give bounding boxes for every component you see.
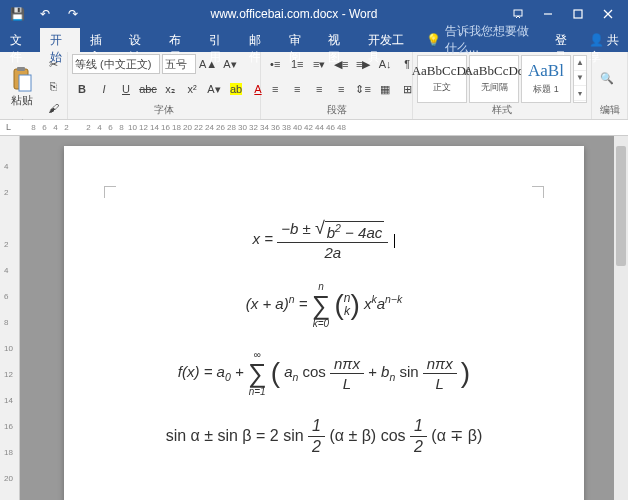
ruler-tick: 6 [4,292,8,301]
ruler-tick: 18 [4,448,13,457]
align-center-button[interactable]: ≡ [287,79,307,99]
ruler-tick: 12 [138,123,149,132]
tab-layout[interactable]: 布局 [159,28,199,52]
ruler-tick: 48 [336,123,347,132]
ruler-tick: 6 [105,123,116,132]
italic-button[interactable]: I [94,79,114,99]
maximize-button[interactable] [564,3,592,25]
redo-button[interactable]: ↷ [62,3,84,25]
ruler-tick: 20 [4,474,13,483]
editing-group-label: 编辑 [596,103,623,119]
font-group-label: 字体 [72,103,256,119]
tab-references[interactable]: 引用 [199,28,239,52]
minimize-button[interactable] [534,3,562,25]
paste-label: 粘贴 [11,93,33,108]
ruler-tick: 2 [4,188,8,197]
highlight-button[interactable]: ab [226,79,246,99]
font-size-select[interactable]: 五号 [162,54,196,74]
numbering-button[interactable]: 1≡ [287,54,307,74]
bullets-button[interactable]: •≡ [265,54,285,74]
align-left-button[interactable]: ≡ [265,79,285,99]
style-normal[interactable]: AaBbCcDd 正文 [417,55,467,103]
style-heading-1[interactable]: AaBl 标题 1 [521,55,571,103]
tab-developer[interactable]: 开发工具 [358,28,418,52]
text-effects-button[interactable]: A▾ [204,79,224,99]
tell-me-search[interactable]: 💡 告诉我您想要做什么... [418,28,547,52]
underline-button[interactable]: U [116,79,136,99]
ruler-tick: 14 [149,123,160,132]
ruler-tick: 16 [160,123,171,132]
ruler-tick: 38 [281,123,292,132]
paste-button[interactable]: 粘贴 [4,63,40,110]
sort-button[interactable]: A↓ [375,54,395,74]
ruler-tick: 6 [39,123,50,132]
tab-mailings[interactable]: 邮件 [239,28,279,52]
ruler-tick: 12 [4,370,13,379]
tab-selector[interactable]: L [6,122,11,132]
styles-group-label: 样式 [417,103,587,119]
ruler-tick: 4 [94,123,105,132]
ruler-tick: 26 [215,123,226,132]
signin-button[interactable]: 登录 [547,28,581,52]
cut-button[interactable]: ✂ [43,54,63,74]
ribbon-options-button[interactable] [504,3,532,25]
save-button[interactable]: 💾 [6,3,28,25]
justify-button[interactable]: ≡ [331,79,351,99]
vertical-scrollbar[interactable] [614,136,628,500]
tab-design[interactable]: 设计 [119,28,159,52]
equation-trig-sum[interactable]: sin α ± sin β = 2 sin 12 (α ± β) cos 12 … [114,417,534,456]
ruler-tick: 28 [226,123,237,132]
shading-button[interactable]: ▦ [375,79,395,99]
ruler-tick: 24 [204,123,215,132]
superscript-button[interactable]: x² [182,79,202,99]
strikethrough-button[interactable]: abc [138,79,158,99]
tab-review[interactable]: 审阅 [279,28,319,52]
ruler-tick: 20 [182,123,193,132]
copy-button[interactable]: ⎘ [43,76,63,96]
scrollbar-thumb[interactable] [616,146,626,266]
ruler-tick: 30 [237,123,248,132]
tab-file[interactable]: 文件 [0,28,40,52]
equation-fourier[interactable]: f(x) = a0 + ∞∑n=1 ( an cos nπxL + bn sin… [114,349,534,397]
svg-rect-7 [19,75,31,91]
save-icon: 💾 [10,7,25,21]
ruler-tick: 22 [193,123,204,132]
svg-rect-0 [514,10,522,16]
undo-button[interactable]: ↶ [34,3,56,25]
multilevel-list-button[interactable]: ≡▾ [309,54,329,74]
ruler-tick: 2 [4,240,8,249]
tab-view[interactable]: 视图 [318,28,358,52]
subscript-button[interactable]: x₂ [160,79,180,99]
paragraph-group-label: 段落 [265,103,408,119]
line-spacing-button[interactable]: ⇕≡ [353,79,373,99]
tab-insert[interactable]: 插入 [80,28,120,52]
ruler-tick: 42 [303,123,314,132]
ruler-tick: 14 [4,396,13,405]
equation-binomial[interactable]: (x + a)n = n∑k=0 (nk) xkan−k [114,281,534,329]
find-icon: 🔍 [600,72,614,85]
share-icon: 👤 [589,33,604,47]
group-styles: AaBbCcDd 正文 AaBbCcDd 无间隔 AaBl 标题 1 ▲▼▾ 样… [413,52,592,119]
style-gallery-more[interactable]: ▲▼▾ [573,55,587,103]
bold-button[interactable]: B [72,79,92,99]
ruler-vertical[interactable]: 422468101214161820 [0,136,20,500]
shrink-font-button[interactable]: A▾ [220,54,240,74]
decrease-indent-button[interactable]: ◀≡ [331,54,351,74]
font-family-select[interactable]: 等线 (中文正文) [72,54,160,74]
grow-font-button[interactable]: A▲ [198,54,218,74]
margin-marker-tr [532,186,544,198]
ruler-horizontal[interactable]: L 86422468101214161820222426283032343638… [0,120,628,136]
editing-button[interactable]: 🔍 [596,70,618,87]
increase-indent-button[interactable]: ≡▶ [353,54,373,74]
margin-marker-tl [104,186,116,198]
page[interactable]: x = −b ± √b2 − 4ac 2a (x + a)n = n∑k=0 (… [64,146,584,500]
format-painter-button[interactable]: 🖌 [43,98,63,118]
style-no-spacing[interactable]: AaBbCcDd 无间隔 [469,55,519,103]
align-right-button[interactable]: ≡ [309,79,329,99]
tab-home[interactable]: 开始 [40,28,80,52]
document-canvas[interactable]: x = −b ± √b2 − 4ac 2a (x + a)n = n∑k=0 (… [20,136,628,500]
equation-quadratic[interactable]: x = −b ± √b2 − 4ac 2a [114,220,534,261]
close-button[interactable] [594,3,622,25]
share-button[interactable]: 👤 共享 [581,28,628,52]
group-paragraph: •≡ 1≡ ≡▾ ◀≡ ≡▶ A↓ ¶ ≡ ≡ ≡ ≡ ⇕≡ ▦ ⊞ 段落 [261,52,413,119]
